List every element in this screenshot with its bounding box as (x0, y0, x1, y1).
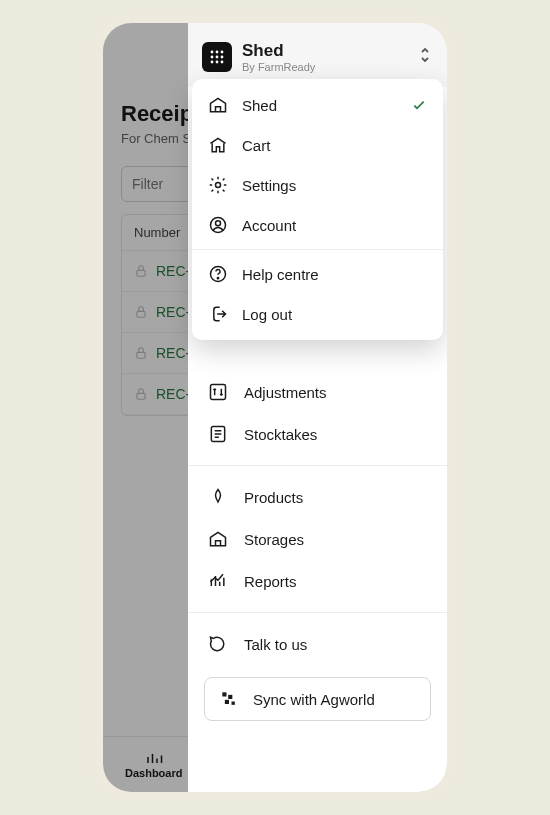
dropdown-label: Help centre (242, 266, 319, 283)
agworld-icon (219, 689, 239, 709)
logout-icon (208, 304, 228, 324)
svg-point-13 (221, 61, 224, 64)
svg-point-7 (221, 51, 224, 54)
app-switcher-dropdown: Shed Cart (192, 79, 443, 340)
device-frame: Receipts For Chem Shed Filter Number REC… (95, 15, 455, 800)
help-icon (208, 264, 228, 284)
app-subtitle: By FarmReady (242, 61, 315, 73)
nav-label: Stocktakes (244, 426, 317, 443)
gear-icon (208, 175, 228, 195)
nav-item-reports[interactable]: Reports (188, 560, 447, 602)
dropdown-label: Cart (242, 137, 270, 154)
nav-label: Storages (244, 531, 304, 548)
dropdown-item-cart[interactable]: Cart (192, 125, 443, 165)
dropdown-item-shed[interactable]: Shed (192, 85, 443, 125)
app-logo (202, 42, 232, 72)
dropdown-item-account[interactable]: Account (192, 205, 443, 245)
svg-point-18 (217, 278, 218, 279)
nav-item-products[interactable]: Products (188, 476, 447, 518)
nav-item-storages[interactable]: Storages (188, 518, 447, 560)
adjustments-icon (208, 382, 228, 402)
sync-with-agworld-button[interactable]: Sync with Agworld (204, 677, 431, 721)
svg-point-16 (216, 221, 221, 226)
svg-point-6 (216, 51, 219, 54)
products-icon (208, 487, 228, 507)
reports-icon (208, 571, 228, 591)
svg-point-14 (216, 183, 221, 188)
svg-point-8 (211, 56, 214, 59)
dropdown-label: Settings (242, 177, 296, 194)
nav-divider (188, 612, 447, 613)
check-icon (411, 97, 427, 113)
svg-point-11 (211, 61, 214, 64)
app-title-block: Shed By FarmReady (242, 41, 315, 73)
screen: Receipts For Chem Shed Filter Number REC… (103, 23, 447, 792)
dropdown-divider (192, 249, 443, 250)
svg-rect-19 (211, 385, 226, 400)
chat-icon (208, 634, 228, 654)
sync-label: Sync with Agworld (253, 691, 375, 708)
nav-item-stocktakes[interactable]: Stocktakes (188, 413, 447, 455)
nav-label: Talk to us (244, 636, 307, 653)
dropdown-label: Log out (242, 306, 292, 323)
nav-item-adjustments[interactable]: Adjustments (188, 371, 447, 413)
nav-item-talk-to-us[interactable]: Talk to us (188, 623, 447, 665)
svg-rect-24 (232, 702, 235, 705)
nav-label: Adjustments (244, 384, 327, 401)
chevron-updown-icon (419, 46, 431, 64)
cart-icon (208, 135, 228, 155)
storages-icon (208, 529, 228, 549)
svg-point-12 (216, 61, 219, 64)
drawer-header[interactable]: Shed By FarmReady Shed (188, 23, 447, 87)
dropdown-label: Shed (242, 97, 277, 114)
nav-label: Products (244, 489, 303, 506)
svg-point-9 (216, 56, 219, 59)
dropdown-item-help[interactable]: Help centre (192, 254, 443, 294)
svg-point-10 (221, 56, 224, 59)
app-title: Shed (242, 41, 315, 61)
svg-rect-21 (222, 692, 226, 696)
account-icon (208, 215, 228, 235)
shed-icon (208, 95, 228, 115)
nav-divider (188, 465, 447, 466)
svg-rect-23 (225, 700, 229, 704)
svg-point-5 (211, 51, 214, 54)
nav-drawer: Shed By FarmReady Shed (188, 23, 447, 792)
dropdown-label: Account (242, 217, 296, 234)
stocktakes-icon (208, 424, 228, 444)
dropdown-item-logout[interactable]: Log out (192, 294, 443, 334)
nav-label: Reports (244, 573, 297, 590)
svg-rect-22 (228, 695, 232, 699)
dropdown-item-settings[interactable]: Settings (192, 165, 443, 205)
